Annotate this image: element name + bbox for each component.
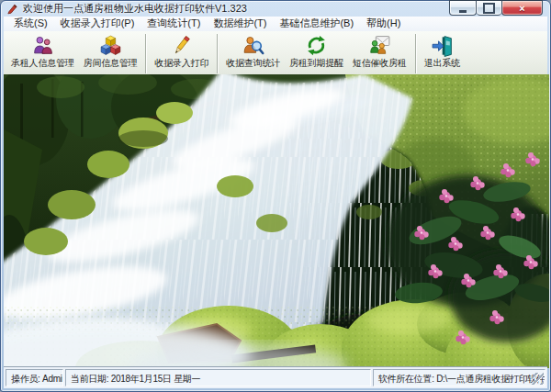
minimize-icon <box>459 10 467 13</box>
maximize-icon <box>483 3 495 14</box>
toolbar: 承租人信息管理 房间信息管理 <box>4 31 547 77</box>
toolbar-label: 收据录入打印 <box>154 57 208 70</box>
toolbar-room-info-button[interactable]: 房间信息管理 <box>79 33 142 71</box>
toolbar-label: 房租到期提醒 <box>289 57 343 70</box>
status-location: 软件所在位置: D:\一点通房租收据打印软件\一点 <box>373 369 545 386</box>
toolbar-rent-due-reminder-button[interactable]: 房租到期提醒 <box>285 33 348 71</box>
toolbar-separator <box>415 34 416 73</box>
menu-base-info-maintenance[interactable]: 基础信息维护(B) <box>273 16 360 32</box>
toolbar-separator <box>217 34 218 73</box>
toolbar-receipt-entry-button[interactable]: 收据录入打印 <box>150 33 213 71</box>
toolbar-label: 短信催收房租 <box>353 57 407 70</box>
close-icon: × <box>519 3 524 14</box>
toolbar-label: 承租人信息管理 <box>11 57 74 70</box>
toolbar-receipt-search-button[interactable]: 收据查询统计 <box>221 33 285 71</box>
menu-system[interactable]: 系统(S) <box>7 16 54 32</box>
status-date: 当前日期: 2018年1月15日 星期一 <box>65 369 371 386</box>
app-window: 欢迎使用一点通房租物业水电收据打印软件V1.323 × 系统(S) 收据录入打印… <box>0 0 551 392</box>
rooms-cubes-icon <box>99 34 122 57</box>
waterfall-scene <box>4 74 549 368</box>
tenants-icon <box>31 34 54 57</box>
menu-query-stats[interactable]: 查询统计(T) <box>141 16 207 32</box>
toolbar-sms-collect-button[interactable]: 短信催收房租 <box>348 33 411 71</box>
pencil-icon <box>170 34 193 57</box>
toolbar-exit-button[interactable]: 退出系统 <box>420 33 465 71</box>
window-controls: × <box>449 0 543 16</box>
minimize-button[interactable] <box>449 0 477 16</box>
title-bar[interactable]: 欢迎使用一点通房租物业水电收据打印软件V1.323 × <box>1 1 550 17</box>
status-bar: 操作员: Admin 当前日期: 2018年1月15日 星期一 软件所在位置: … <box>4 366 547 388</box>
toolbar-tenant-info-button[interactable]: 承租人信息管理 <box>6 33 79 71</box>
window-title: 欢迎使用一点通房租物业水电收据打印软件V1.323 <box>23 2 247 16</box>
status-location-text: 软件所在位置: D:\一点通房租收据打印软件\一点 <box>378 374 545 384</box>
waterfall-photo <box>4 74 549 368</box>
resize-grip[interactable] <box>532 373 544 385</box>
close-button[interactable]: × <box>501 0 543 16</box>
search-person-icon <box>242 34 264 57</box>
toolbar-separator <box>145 34 146 73</box>
menu-bar: 系统(S) 收据录入打印(P) 查询统计(T) 数据维护(T) 基础信息维护(B… <box>4 17 547 32</box>
sms-envelope-icon <box>368 34 391 57</box>
toolbar-label: 退出系统 <box>424 57 460 70</box>
toolbar-label: 房间信息管理 <box>84 57 138 70</box>
menu-help[interactable]: 帮助(H) <box>360 16 407 32</box>
status-operator: 操作员: Admin <box>6 369 63 386</box>
toolbar-label: 收据查询统计 <box>226 57 280 70</box>
pen-icon <box>6 3 18 15</box>
menu-data-maintenance[interactable]: 数据维护(T) <box>207 16 273 32</box>
exit-door-icon <box>431 34 454 57</box>
menu-receipt-entry-print[interactable]: 收据录入打印(P) <box>54 16 141 32</box>
recycle-reminder-icon <box>305 34 328 57</box>
maximize-button[interactable] <box>477 0 501 16</box>
